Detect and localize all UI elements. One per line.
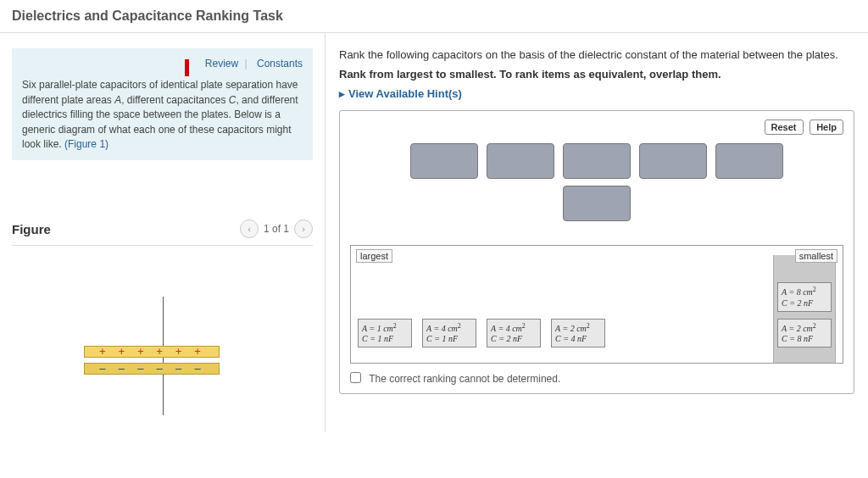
figure-header: Figure ‹ 1 of 1 › xyxy=(12,220,313,246)
rank-tile[interactable]: A = 2 cm2 C = 8 nF xyxy=(777,319,832,347)
cannot-determine-label: The correct ranking cannot be determined… xyxy=(369,373,560,385)
info-links: Review | Constants xyxy=(22,57,303,71)
tile-C: C = 1 nF xyxy=(426,334,458,343)
smallest-stack: A = 8 cm2 C = 2 nF A = 2 cm2 C = 8 nF xyxy=(773,255,836,363)
review-link[interactable]: Review xyxy=(205,58,238,69)
right-panel: Rank the following capacitors on the bas… xyxy=(326,33,868,432)
pager-next-button[interactable]: › xyxy=(294,220,313,238)
blank-tile[interactable] xyxy=(715,143,783,179)
cannot-determine-row: The correct ranking cannot be determined… xyxy=(350,372,843,385)
help-button[interactable]: Help xyxy=(810,119,843,135)
question-line-1: Rank the following capacitors on the bas… xyxy=(339,48,854,61)
pager-prev-button[interactable]: ‹ xyxy=(240,220,259,238)
tile-C: C = 1 nF xyxy=(362,334,393,343)
tile-C: C = 4 nF xyxy=(555,334,587,343)
smallest-label: smallest xyxy=(795,249,837,263)
tile-A: A = 2 cm xyxy=(782,324,813,333)
tile-A: A = 1 cm xyxy=(362,324,393,333)
question-line-2: Rank from largest to smallest. To rank i… xyxy=(339,68,854,81)
figure-heading: Figure xyxy=(12,222,51,236)
page-title: Dielectrics and Capacitance Ranking Task xyxy=(12,8,856,24)
ranking-actions: Reset Help xyxy=(350,119,843,135)
tile-A: A = 2 cm xyxy=(555,324,587,333)
blank-tile-row-1 xyxy=(350,143,843,179)
blank-tile[interactable] xyxy=(563,143,631,179)
constants-link[interactable]: Constants xyxy=(257,58,303,69)
blank-tile[interactable] xyxy=(487,143,554,179)
blank-tile[interactable] xyxy=(639,143,707,179)
ranking-drop-area[interactable]: largest smallest A = 1 cm2 C = 1 nF A = … xyxy=(350,245,843,364)
figure-reference[interactable]: (Figure 1) xyxy=(64,138,108,150)
left-panel: Review | Constants Six parallel-plate ca… xyxy=(0,33,326,432)
link-separator: | xyxy=(245,58,248,69)
pager-status: 1 of 1 xyxy=(264,223,289,235)
cannot-determine-checkbox[interactable] xyxy=(350,372,361,383)
figure-pager: ‹ 1 of 1 › xyxy=(240,220,313,238)
tile-C: C = 8 nF xyxy=(782,334,813,343)
hints-label: View Available Hint(s) xyxy=(348,87,462,100)
blank-tile[interactable] xyxy=(563,186,631,221)
reset-button[interactable]: Reset xyxy=(765,119,804,135)
problem-text-2: , different capacitances xyxy=(121,94,229,106)
main-layout: Review | Constants Six parallel-plate ca… xyxy=(0,33,868,432)
rank-tile[interactable]: A = 4 cm2 C = 1 nF xyxy=(422,319,476,347)
rank-tile[interactable]: A = 8 cm2 C = 2 nF xyxy=(777,282,832,311)
rank-tile[interactable]: A = 2 cm2 C = 4 nF xyxy=(551,319,605,347)
var-A: A xyxy=(114,94,121,106)
blank-tile[interactable] xyxy=(410,143,478,179)
tile-A: A = 4 cm xyxy=(426,324,458,333)
rank-tile[interactable]: A = 4 cm2 C = 2 nF xyxy=(487,319,541,347)
page-header: Dielectrics and Capacitance Ranking Task xyxy=(0,0,868,33)
positive-plate: + + + + + + xyxy=(84,346,220,358)
negative-plate: — — — — — — xyxy=(84,363,220,375)
blank-tile-row-2 xyxy=(350,186,843,221)
tile-A: A = 8 cm xyxy=(782,288,813,297)
capacitor-diagram: + + + + + + — — — — — — xyxy=(12,297,313,415)
tile-C: C = 2 nF xyxy=(491,334,522,343)
flag-icon xyxy=(185,59,195,68)
triangle-right-icon: ▸ xyxy=(339,87,345,100)
view-hints-toggle[interactable]: ▸View Available Hint(s) xyxy=(339,87,854,100)
tile-C: C = 2 nF xyxy=(782,298,813,308)
rank-tile[interactable]: A = 1 cm2 C = 1 nF xyxy=(358,319,412,347)
ranking-widget: Reset Help largest smallest A = 1 cm2 C … xyxy=(339,110,854,394)
largest-label: largest xyxy=(356,249,392,263)
tile-A: A = 4 cm xyxy=(491,324,522,333)
problem-statement: Review | Constants Six parallel-plate ca… xyxy=(12,48,313,160)
